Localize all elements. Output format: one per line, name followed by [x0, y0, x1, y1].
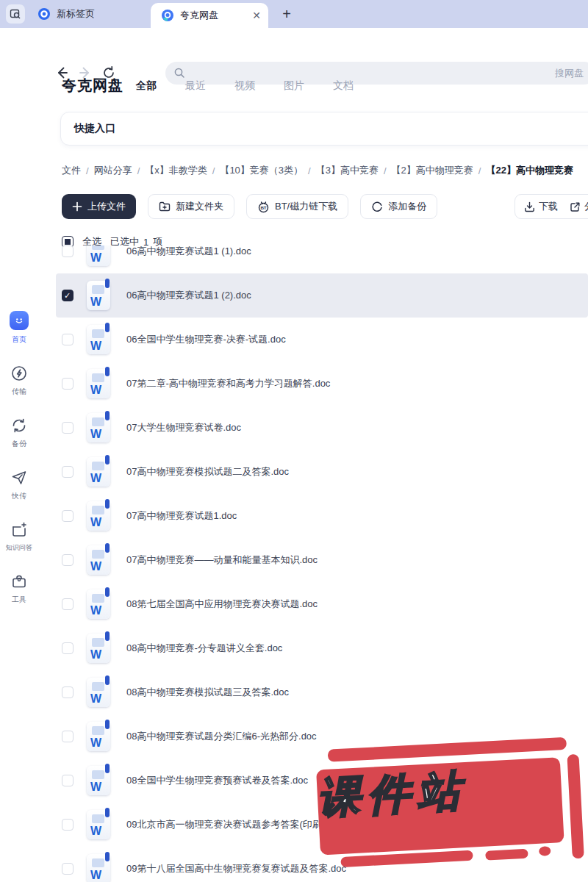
- breadcrumb-item[interactable]: 网站分享: [94, 164, 132, 177]
- sidebar-item-quick-share[interactable]: 快传: [0, 469, 38, 501]
- sidebar-item-tools[interactable]: 工具: [0, 573, 38, 605]
- sidebar-item-transfer[interactable]: 传输: [0, 365, 38, 397]
- transfer-icon: [10, 365, 28, 382]
- sync-icon: [10, 417, 28, 434]
- file-name[interactable]: 08全国中学生物理竞赛预赛试卷及答案.doc: [126, 774, 308, 787]
- upload-file-button[interactable]: 上传文件: [62, 194, 136, 219]
- breadcrumb-separator: /: [137, 165, 140, 176]
- file-checkbox[interactable]: [62, 686, 74, 698]
- bt-magnet-download-label: BT/磁力链下载: [275, 200, 337, 213]
- file-name[interactable]: 07大学生物理竞赛试卷.doc: [126, 421, 241, 434]
- bt-magnet-download-button[interactable]: BT BT/磁力链下载: [246, 194, 348, 219]
- file-checkbox[interactable]: [62, 642, 74, 654]
- file-row[interactable]: W 08高中物理竞赛模拟试题三及答案.doc: [56, 670, 588, 714]
- new-folder-label: 新建文件夹: [176, 200, 223, 213]
- file-row[interactable]: W 08第七届全国高中应用物理竞赛决赛试题.doc: [56, 582, 588, 626]
- tab-quark-drive[interactable]: 夸克网盘 ✕: [151, 3, 268, 28]
- tab-search-icon: [10, 8, 21, 20]
- file-row[interactable]: W 08全国中学生物理竞赛预赛试卷及答案.doc: [56, 759, 588, 803]
- file-row[interactable]: W 06高中物理竞赛试题1 (1).doc: [56, 245, 588, 273]
- breadcrumb-item[interactable]: 【22】高中物理竞赛: [486, 164, 573, 177]
- tab-all[interactable]: 全部: [136, 79, 157, 93]
- sidebar-item-backup[interactable]: 备份: [0, 417, 38, 449]
- file-checkbox[interactable]: [62, 819, 74, 831]
- sidebar-item-label: 备份: [12, 439, 26, 449]
- breadcrumb-item[interactable]: 【2】高中物理竞赛: [392, 164, 473, 177]
- file-name[interactable]: 08高中物理竞赛-分专题讲义全套.doc: [126, 642, 282, 655]
- file-checkbox[interactable]: [62, 775, 74, 786]
- breadcrumb-item[interactable]: 【3】高中竞赛: [316, 164, 379, 177]
- file-row[interactable]: W 08高中物理竞赛试题分类汇编6-光热部分.doc: [56, 714, 588, 759]
- file-checkbox[interactable]: [62, 554, 74, 566]
- file-name[interactable]: 07第二章-高中物理竞赛和高考力学习题解答.doc: [126, 377, 330, 390]
- new-folder-button[interactable]: 新建文件夹: [148, 194, 234, 219]
- word-doc-icon: W: [87, 245, 110, 266]
- file-checkbox[interactable]: [62, 245, 74, 257]
- sidebar-item-label: 快传: [12, 491, 26, 501]
- breadcrumb-item[interactable]: 【10】竞赛（3类）: [220, 164, 303, 177]
- file-checkbox[interactable]: [62, 510, 74, 522]
- tab-recent[interactable]: 最近: [185, 79, 206, 93]
- download-button[interactable]: 下载: [524, 200, 558, 213]
- sidebar-item-knowledge-qa[interactable]: 知识问答: [0, 521, 38, 553]
- file-name[interactable]: 08第七届全国高中应用物理竞赛决赛试题.doc: [126, 598, 318, 611]
- tab-doc[interactable]: 文档: [333, 79, 354, 93]
- file-row[interactable]: W 07高中物理竞赛——动量和能量基本知识.doc: [56, 538, 588, 582]
- file-checkbox[interactable]: [62, 290, 74, 301]
- tab-image[interactable]: 图片: [284, 79, 304, 93]
- file-row[interactable]: W 06全国中学生物理竞赛-决赛-试题.doc: [56, 318, 588, 362]
- add-backup-button[interactable]: 添加备份: [360, 194, 437, 219]
- sidebar: 首页 传输 备份 快传 知识问答: [0, 62, 38, 882]
- file-name[interactable]: 06高中物理竞赛试题1 (2).doc: [126, 289, 251, 302]
- file-name[interactable]: 08高中物理竞赛模拟试题三及答案.doc: [126, 686, 289, 699]
- word-doc-icon: W: [87, 501, 110, 531]
- tab-new-tab-page[interactable]: 新标签页: [29, 0, 147, 28]
- file-name[interactable]: 09第十八届全国高中生物理竞赛复赛试题及答案.doc: [126, 862, 346, 875]
- close-tab-icon[interactable]: ✕: [252, 10, 261, 21]
- file-name[interactable]: 07高中物理竞赛模拟试题二及答案.doc: [126, 465, 289, 478]
- word-doc-icon: W: [87, 369, 110, 398]
- tab-search-button[interactable]: [6, 4, 25, 24]
- file-name[interactable]: 06高中物理竞赛试题1 (1).doc: [126, 245, 251, 258]
- file-row[interactable]: W 07大学生物理竞赛试卷.doc: [56, 406, 588, 450]
- upload-file-label: 上传文件: [87, 200, 126, 213]
- sidebar-item-label: 传输: [12, 387, 26, 397]
- quick-entry-card[interactable]: 快捷入口: [60, 112, 588, 146]
- file-checkbox[interactable]: [62, 863, 74, 875]
- tab-video[interactable]: 视频: [234, 79, 255, 93]
- tab-label: 夸克网盘: [180, 9, 246, 22]
- file-name[interactable]: 07高中物理竞赛——动量和能量基本知识.doc: [126, 553, 318, 567]
- breadcrumb-item[interactable]: 文件: [62, 164, 81, 177]
- file-row[interactable]: W 09北京市高一物理竞赛决赛试题参考答案(印刷版).doc: [56, 803, 588, 847]
- breadcrumb-separator: /: [478, 165, 481, 176]
- svg-text:BT: BT: [260, 205, 266, 210]
- breadcrumb-item[interactable]: 【x】非教学类: [145, 164, 207, 177]
- file-name[interactable]: 08高中物理竞赛试题分类汇编6-光热部分.doc: [126, 730, 317, 743]
- file-checkbox[interactable]: [62, 422, 74, 434]
- file-checkbox[interactable]: [62, 378, 74, 390]
- sidebar-item-home[interactable]: 首页: [0, 311, 38, 345]
- breadcrumb-separator: /: [86, 165, 89, 176]
- file-name[interactable]: 07高中物理竞赛试题1.doc: [126, 509, 237, 523]
- search-placeholder: 搜网盘: [555, 62, 584, 85]
- word-doc-icon: W: [87, 413, 110, 442]
- sidebar-item-label: 知识问答: [6, 543, 32, 553]
- file-name[interactable]: 09北京市高一物理竞赛决赛试题参考答案(印刷版).doc: [126, 818, 353, 831]
- file-checkbox[interactable]: [62, 466, 74, 478]
- file-row[interactable]: W 07高中物理竞赛试题1.doc: [56, 494, 588, 538]
- file-row[interactable]: W 07第二章-高中物理竞赛和高考力学习题解答.doc: [56, 362, 588, 406]
- new-tab-icon[interactable]: +: [278, 4, 295, 24]
- browser-toolbar: 搜网盘: [0, 28, 588, 62]
- share-button[interactable]: 分享: [570, 200, 588, 213]
- file-row[interactable]: W 08高中物理竞赛-分专题讲义全套.doc: [56, 626, 588, 670]
- word-doc-icon: W: [87, 589, 110, 619]
- file-row[interactable]: W 07高中物理竞赛模拟试题二及答案.doc: [56, 450, 588, 494]
- file-name[interactable]: 06全国中学生物理竞赛-决赛-试题.doc: [126, 333, 286, 346]
- file-row[interactable]: W 09第十八届全国高中生物理竞赛复赛试题及答案.doc: [56, 847, 588, 882]
- file-checkbox[interactable]: [62, 334, 74, 345]
- browser-tab-bar: 新标签页 夸克网盘 ✕ +: [0, 0, 588, 28]
- file-row[interactable]: W 06高中物理竞赛试题1 (2).doc: [56, 273, 588, 318]
- file-checkbox[interactable]: [62, 598, 74, 610]
- add-backup-label: 添加备份: [388, 200, 426, 213]
- file-checkbox[interactable]: [62, 731, 74, 742]
